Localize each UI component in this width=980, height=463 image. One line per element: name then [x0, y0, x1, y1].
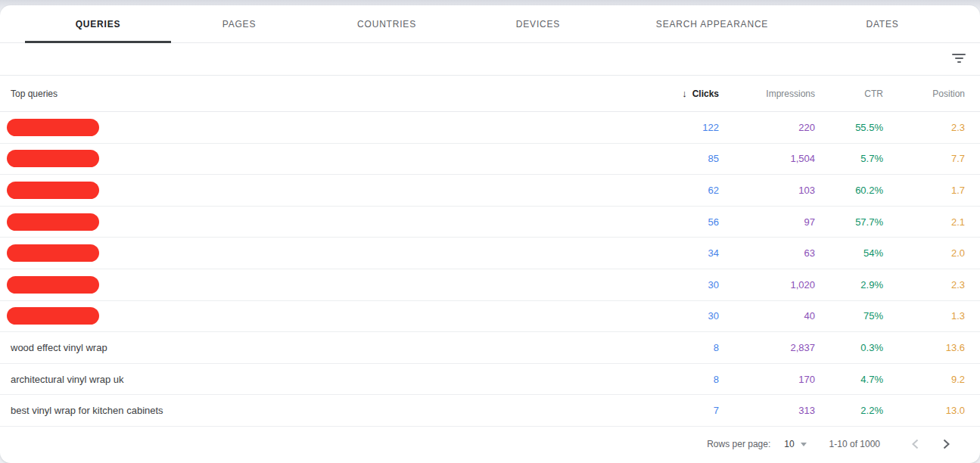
position-value: 13.0: [883, 405, 965, 416]
redacted-query-pill: [7, 150, 99, 167]
position-value: 9.2: [883, 374, 965, 385]
clicks-value: 8: [598, 374, 719, 385]
chevron-left-icon: [911, 439, 919, 449]
query-cell: [0, 244, 598, 262]
table-body: 122 220 55.5% 2.3 85 1,504 5.7% 7.7 62 1…: [0, 112, 980, 427]
impressions-value: 313: [719, 405, 815, 416]
table-row[interactable]: 62 103 60.2% 1.7: [0, 175, 980, 207]
clicks-value: 34: [598, 247, 719, 259]
ctr-value: 0.3%: [815, 342, 883, 353]
position-value: 1.3: [883, 310, 965, 322]
query-cell: [0, 276, 598, 294]
position-value: 2.0: [883, 247, 965, 259]
position-value: 7.7: [883, 153, 965, 164]
ctr-value: 75%: [815, 310, 883, 322]
position-value: 2.3: [883, 122, 965, 133]
clicks-value: 85: [598, 153, 719, 164]
performance-report-card: QUERIESPAGESCOUNTRIESDEVICESSEARCH APPEA…: [0, 5, 980, 463]
position-value: 2.3: [883, 279, 965, 291]
chevron-right-icon: [943, 439, 950, 449]
ctr-value: 2.2%: [815, 405, 883, 416]
clicks-value: 122: [598, 122, 719, 133]
rows-per-page-value: 10: [784, 439, 794, 449]
rows-per-page-label: Rows per page:: [707, 439, 770, 449]
query-cell: [0, 119, 598, 136]
table-row[interactable]: 85 1,504 5.7% 7.7: [0, 144, 980, 176]
clicks-value: 30: [598, 279, 719, 291]
query-cell: wood effect vinyl wrap: [0, 342, 598, 353]
table-row[interactable]: best vinyl wrap for kitchen cabinets 7 3…: [0, 395, 980, 427]
clicks-value: 8: [598, 342, 719, 353]
tab-search-appearance[interactable]: SEARCH APPEARANCE: [610, 5, 814, 42]
impressions-value: 220: [719, 122, 815, 133]
position-value: 1.7: [883, 185, 965, 196]
redacted-query-pill: [7, 119, 99, 136]
previous-page-button[interactable]: [906, 435, 924, 453]
table-row[interactable]: 56 97 57.7% 2.1: [0, 207, 980, 238]
redacted-query-pill: [7, 276, 99, 294]
clicks-value: 62: [598, 185, 719, 196]
tab-devices[interactable]: DEVICES: [466, 5, 610, 42]
dropdown-arrow-icon: [801, 443, 807, 446]
impressions-value: 1,504: [719, 153, 815, 164]
pagination-range-label: 1-10 of 1000: [829, 439, 880, 449]
impressions-column-header[interactable]: Impressions: [719, 89, 815, 99]
ctr-column-header[interactable]: CTR: [815, 89, 883, 99]
query-cell: [0, 307, 598, 325]
impressions-value: 103: [719, 185, 815, 196]
position-value: 2.1: [883, 216, 965, 228]
tab-dates[interactable]: DATES: [814, 5, 950, 42]
rows-per-page-select[interactable]: 10: [784, 439, 806, 449]
ctr-value: 5.7%: [815, 153, 883, 164]
ctr-value: 60.2%: [815, 185, 883, 196]
ctr-value: 2.9%: [815, 279, 883, 291]
filter-list-icon[interactable]: [952, 54, 966, 64]
table-header-row: Top queries ↓Clicks Impressions CTR Posi…: [0, 76, 980, 112]
clicks-value: 7: [598, 405, 719, 416]
query-cell: architectural vinyl wrap uk: [0, 374, 598, 385]
redacted-query-pill: [7, 307, 99, 325]
ctr-value: 55.5%: [815, 122, 883, 133]
table-row[interactable]: 34 63 54% 2.0: [0, 238, 980, 269]
redacted-query-pill: [7, 244, 99, 262]
top-queries-column-header: Top queries: [0, 89, 598, 99]
query-cell: [0, 182, 598, 199]
query-cell: best vinyl wrap for kitchen cabinets: [0, 405, 598, 416]
clicks-value: 30: [598, 310, 719, 322]
ctr-value: 57.7%: [815, 216, 883, 228]
tab-pages[interactable]: PAGES: [171, 5, 307, 42]
position-column-header[interactable]: Position: [883, 89, 965, 99]
next-page-button[interactable]: [938, 435, 956, 453]
impressions-value: 170: [719, 374, 815, 385]
sort-descending-icon: ↓: [682, 88, 687, 99]
position-value: 13.6: [883, 342, 965, 353]
tab-queries[interactable]: QUERIES: [25, 5, 171, 42]
ctr-value: 54%: [815, 247, 883, 259]
tab-countries[interactable]: COUNTRIES: [307, 5, 466, 42]
impressions-value: 40: [719, 310, 815, 322]
redacted-query-pill: [7, 182, 99, 199]
table-row[interactable]: 122 220 55.5% 2.3: [0, 112, 980, 144]
query-cell: [0, 150, 598, 167]
clicks-column-header[interactable]: ↓Clicks: [598, 88, 719, 99]
impressions-value: 63: [719, 247, 815, 259]
ctr-value: 4.7%: [815, 374, 883, 385]
clicks-value: 56: [598, 216, 719, 228]
redacted-query-pill: [7, 213, 99, 231]
table-row[interactable]: wood effect vinyl wrap 8 2,837 0.3% 13.6: [0, 332, 980, 364]
table-row[interactable]: 30 1,020 2.9% 2.3: [0, 269, 980, 301]
table-row[interactable]: 30 40 75% 1.3: [0, 301, 980, 333]
table-footer: Rows per page: 10 1-10 of 1000: [0, 427, 980, 462]
impressions-value: 2,837: [719, 342, 815, 353]
dimension-tabbar: QUERIESPAGESCOUNTRIESDEVICESSEARCH APPEA…: [0, 5, 980, 43]
impressions-value: 97: [719, 216, 815, 228]
table-row[interactable]: architectural vinyl wrap uk 8 170 4.7% 9…: [0, 364, 980, 396]
query-cell: [0, 213, 598, 231]
filter-toolbar: [0, 43, 980, 76]
impressions-value: 1,020: [719, 279, 815, 291]
